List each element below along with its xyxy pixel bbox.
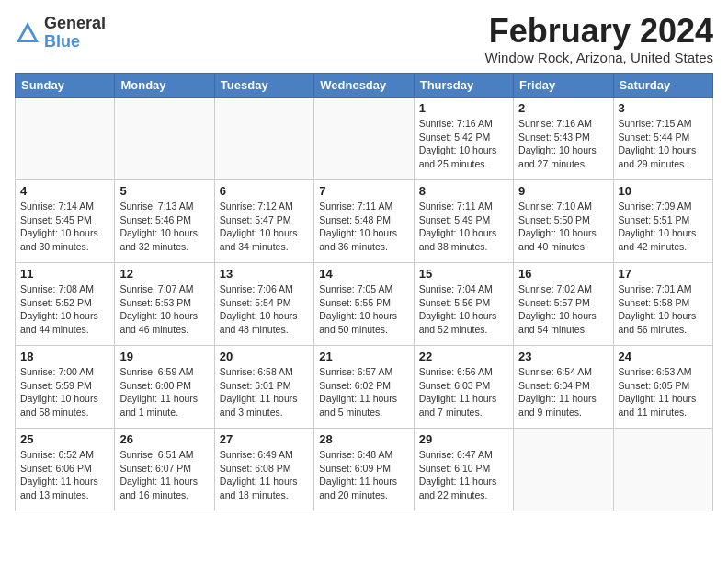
day-number: 21 xyxy=(319,350,408,363)
calendar-cell: 3Sunrise: 7:15 AM Sunset: 5:44 PM Daylig… xyxy=(613,98,712,180)
day-number: 18 xyxy=(20,350,109,363)
calendar-cell xyxy=(115,98,214,180)
day-info: Sunrise: 6:52 AM Sunset: 6:06 PM Dayligh… xyxy=(20,448,109,502)
calendar-cell: 25Sunrise: 6:52 AM Sunset: 6:06 PM Dayli… xyxy=(16,429,115,511)
calendar-cell: 2Sunrise: 7:16 AM Sunset: 5:43 PM Daylig… xyxy=(514,98,613,180)
calendar-cell: 26Sunrise: 6:51 AM Sunset: 6:07 PM Dayli… xyxy=(115,429,214,511)
month-title: February 2024 xyxy=(485,15,713,48)
calendar-cell: 17Sunrise: 7:01 AM Sunset: 5:58 PM Dayli… xyxy=(613,263,712,346)
day-info: Sunrise: 7:01 AM Sunset: 5:58 PM Dayligh… xyxy=(619,282,708,337)
calendar-cell: 12Sunrise: 7:07 AM Sunset: 5:53 PM Dayli… xyxy=(115,263,214,346)
day-info: Sunrise: 6:47 AM Sunset: 6:10 PM Dayligh… xyxy=(419,448,508,502)
calendar-cell xyxy=(16,98,115,180)
calendar-cell xyxy=(214,98,313,180)
day-number: 9 xyxy=(518,184,608,198)
calendar-cell: 4Sunrise: 7:14 AM Sunset: 5:45 PM Daylig… xyxy=(16,180,115,263)
day-number: 13 xyxy=(220,267,309,281)
day-info: Sunrise: 6:56 AM Sunset: 6:03 PM Dayligh… xyxy=(419,365,508,419)
day-info: Sunrise: 7:08 AM Sunset: 5:52 PM Dayligh… xyxy=(20,282,109,337)
day-number: 10 xyxy=(619,184,708,198)
calendar-table: SundayMondayTuesdayWednesdayThursdayFrid… xyxy=(15,73,713,511)
calendar-cell: 7Sunrise: 7:11 AM Sunset: 5:48 PM Daylig… xyxy=(314,180,414,263)
day-info: Sunrise: 7:04 AM Sunset: 5:56 PM Dayligh… xyxy=(419,282,508,337)
day-info: Sunrise: 7:07 AM Sunset: 5:53 PM Dayligh… xyxy=(119,282,209,337)
calendar-cell: 18Sunrise: 7:00 AM Sunset: 5:59 PM Dayli… xyxy=(16,346,115,429)
day-info: Sunrise: 7:16 AM Sunset: 5:42 PM Dayligh… xyxy=(419,117,508,171)
weekday-header-monday: Monday xyxy=(115,74,214,98)
logo-blue: Blue xyxy=(44,32,80,51)
day-number: 15 xyxy=(419,267,508,281)
day-number: 6 xyxy=(220,184,309,198)
calendar-cell: 20Sunrise: 6:58 AM Sunset: 6:01 PM Dayli… xyxy=(214,346,313,429)
calendar-cell: 21Sunrise: 6:57 AM Sunset: 6:02 PM Dayli… xyxy=(314,346,414,429)
logo-icon xyxy=(15,20,40,46)
calendar-cell: 15Sunrise: 7:04 AM Sunset: 5:56 PM Dayli… xyxy=(414,263,513,346)
day-number: 4 xyxy=(20,184,109,198)
calendar-cell xyxy=(514,429,613,511)
day-info: Sunrise: 7:14 AM Sunset: 5:45 PM Dayligh… xyxy=(20,200,109,254)
day-number: 23 xyxy=(518,350,608,363)
day-number: 16 xyxy=(518,267,608,281)
day-number: 20 xyxy=(220,350,309,363)
calendar-week-row: 18Sunrise: 7:00 AM Sunset: 5:59 PM Dayli… xyxy=(16,346,713,429)
title-area: February 2024 Window Rock, Arizona, Unit… xyxy=(485,15,713,65)
calendar-cell: 5Sunrise: 7:13 AM Sunset: 5:46 PM Daylig… xyxy=(115,180,214,263)
logo: General Blue xyxy=(15,15,106,52)
calendar-cell: 28Sunrise: 6:48 AM Sunset: 6:09 PM Dayli… xyxy=(314,429,414,511)
day-info: Sunrise: 7:16 AM Sunset: 5:43 PM Dayligh… xyxy=(518,117,608,171)
calendar-cell: 6Sunrise: 7:12 AM Sunset: 5:47 PM Daylig… xyxy=(214,180,313,263)
weekday-header-row: SundayMondayTuesdayWednesdayThursdayFrid… xyxy=(16,74,713,98)
day-info: Sunrise: 7:10 AM Sunset: 5:50 PM Dayligh… xyxy=(518,200,608,254)
day-info: Sunrise: 6:58 AM Sunset: 6:01 PM Dayligh… xyxy=(220,365,309,419)
day-info: Sunrise: 7:00 AM Sunset: 5:59 PM Dayligh… xyxy=(20,365,109,419)
weekday-header-saturday: Saturday xyxy=(613,74,712,98)
day-number: 17 xyxy=(619,267,708,281)
page-header: General Blue February 2024 Window Rock, … xyxy=(15,15,713,65)
day-info: Sunrise: 6:53 AM Sunset: 6:05 PM Dayligh… xyxy=(619,365,708,419)
weekday-header-friday: Friday xyxy=(514,74,613,98)
day-number: 5 xyxy=(119,184,209,198)
calendar-cell: 27Sunrise: 6:49 AM Sunset: 6:08 PM Dayli… xyxy=(214,429,313,511)
calendar-cell: 23Sunrise: 6:54 AM Sunset: 6:04 PM Dayli… xyxy=(514,346,613,429)
day-info: Sunrise: 6:49 AM Sunset: 6:08 PM Dayligh… xyxy=(220,448,309,502)
day-info: Sunrise: 7:15 AM Sunset: 5:44 PM Dayligh… xyxy=(619,117,708,171)
calendar-cell: 8Sunrise: 7:11 AM Sunset: 5:49 PM Daylig… xyxy=(414,180,513,263)
day-info: Sunrise: 6:57 AM Sunset: 6:02 PM Dayligh… xyxy=(319,365,408,419)
day-number: 25 xyxy=(20,432,109,446)
day-number: 24 xyxy=(619,350,708,363)
calendar-cell: 13Sunrise: 7:06 AM Sunset: 5:54 PM Dayli… xyxy=(214,263,313,346)
calendar-cell: 24Sunrise: 6:53 AM Sunset: 6:05 PM Dayli… xyxy=(613,346,712,429)
calendar-cell xyxy=(314,98,414,180)
day-number: 12 xyxy=(119,267,209,281)
day-number: 7 xyxy=(319,184,408,198)
day-info: Sunrise: 7:11 AM Sunset: 5:48 PM Dayligh… xyxy=(319,200,408,254)
calendar-cell: 29Sunrise: 6:47 AM Sunset: 6:10 PM Dayli… xyxy=(414,429,513,511)
day-number: 11 xyxy=(20,267,109,281)
day-number: 28 xyxy=(319,432,408,446)
day-info: Sunrise: 6:59 AM Sunset: 6:00 PM Dayligh… xyxy=(119,365,209,419)
calendar-cell: 19Sunrise: 6:59 AM Sunset: 6:00 PM Dayli… xyxy=(115,346,214,429)
calendar-cell xyxy=(613,429,712,511)
weekday-header-wednesday: Wednesday xyxy=(314,74,414,98)
calendar-week-row: 25Sunrise: 6:52 AM Sunset: 6:06 PM Dayli… xyxy=(16,429,713,511)
calendar-cell: 9Sunrise: 7:10 AM Sunset: 5:50 PM Daylig… xyxy=(514,180,613,263)
weekday-header-thursday: Thursday xyxy=(414,74,513,98)
day-number: 29 xyxy=(419,432,508,446)
day-info: Sunrise: 7:06 AM Sunset: 5:54 PM Dayligh… xyxy=(220,282,309,337)
calendar-week-row: 1Sunrise: 7:16 AM Sunset: 5:42 PM Daylig… xyxy=(16,98,713,180)
calendar-week-row: 11Sunrise: 7:08 AM Sunset: 5:52 PM Dayli… xyxy=(16,263,713,346)
calendar-cell: 22Sunrise: 6:56 AM Sunset: 6:03 PM Dayli… xyxy=(414,346,513,429)
day-number: 14 xyxy=(319,267,408,281)
day-info: Sunrise: 7:11 AM Sunset: 5:49 PM Dayligh… xyxy=(419,200,508,254)
day-info: Sunrise: 7:09 AM Sunset: 5:51 PM Dayligh… xyxy=(619,200,708,254)
day-number: 8 xyxy=(419,184,508,198)
day-info: Sunrise: 7:13 AM Sunset: 5:46 PM Dayligh… xyxy=(119,200,209,254)
day-number: 1 xyxy=(419,101,508,115)
calendar-cell: 1Sunrise: 7:16 AM Sunset: 5:42 PM Daylig… xyxy=(414,98,513,180)
day-info: Sunrise: 7:02 AM Sunset: 5:57 PM Dayligh… xyxy=(518,282,608,337)
logo-general: General xyxy=(44,14,106,32)
day-info: Sunrise: 6:48 AM Sunset: 6:09 PM Dayligh… xyxy=(319,448,408,502)
calendar-cell: 10Sunrise: 7:09 AM Sunset: 5:51 PM Dayli… xyxy=(613,180,712,263)
calendar-cell: 11Sunrise: 7:08 AM Sunset: 5:52 PM Dayli… xyxy=(16,263,115,346)
day-number: 22 xyxy=(419,350,508,363)
